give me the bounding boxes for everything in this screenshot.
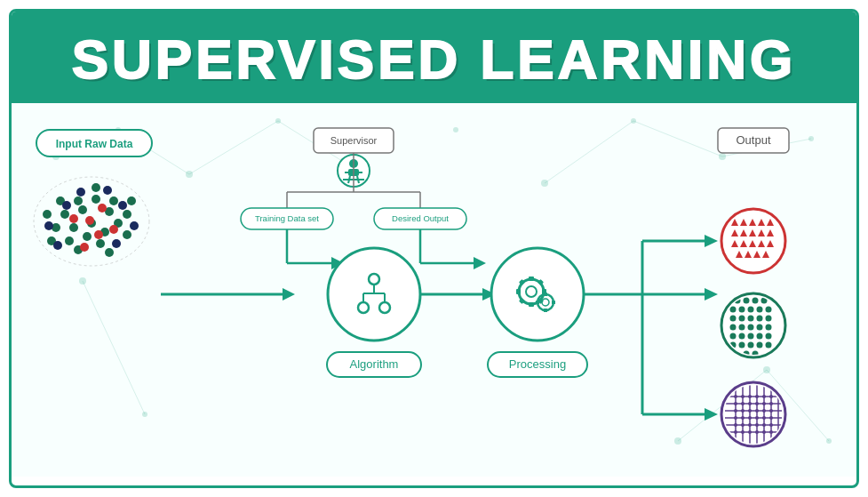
svg-point-220	[748, 423, 752, 427]
svg-point-216	[762, 416, 766, 420]
svg-point-219	[741, 423, 745, 427]
svg-marker-122	[705, 408, 718, 421]
svg-point-35	[83, 232, 92, 241]
svg-point-147	[730, 307, 737, 313]
svg-point-212	[734, 416, 737, 420]
svg-point-62	[130, 221, 139, 230]
svg-point-198	[762, 395, 766, 398]
svg-point-218	[734, 423, 737, 427]
svg-rect-112	[536, 301, 539, 304]
svg-point-229	[769, 430, 773, 434]
algorithm-label: Algorithm	[350, 357, 399, 371]
svg-point-39	[123, 210, 131, 219]
svg-point-44	[105, 248, 114, 257]
svg-point-154	[748, 316, 754, 322]
svg-point-55	[62, 201, 71, 210]
svg-point-166	[766, 333, 772, 340]
svg-point-202	[748, 402, 752, 405]
desired-label: Desired Output	[392, 213, 449, 223]
svg-point-197	[755, 395, 759, 398]
svg-point-224	[734, 430, 737, 434]
svg-point-38	[109, 196, 118, 205]
svg-point-47	[127, 196, 136, 205]
svg-point-165	[757, 333, 763, 340]
svg-point-52	[69, 214, 78, 223]
svg-point-196	[748, 395, 752, 398]
content-area: Input Raw Data	[12, 103, 856, 477]
svg-point-158	[739, 325, 745, 331]
svg-point-223	[769, 423, 773, 427]
supervisor-label: Supervisor	[330, 135, 378, 146]
svg-point-201	[741, 402, 745, 405]
svg-point-152	[730, 316, 737, 322]
svg-point-56	[76, 188, 85, 196]
svg-point-150	[757, 307, 763, 313]
svg-point-164	[748, 333, 754, 340]
svg-point-227	[755, 430, 759, 434]
svg-marker-85	[474, 257, 486, 269]
svg-point-45	[92, 183, 100, 192]
svg-rect-110	[544, 293, 547, 296]
svg-point-160	[757, 325, 763, 331]
svg-point-26	[78, 205, 87, 214]
svg-point-163	[739, 333, 745, 340]
svg-point-170	[757, 342, 763, 349]
svg-point-195	[741, 395, 745, 398]
svg-marker-118	[705, 235, 718, 247]
svg-point-173	[744, 298, 750, 304]
svg-point-27	[92, 195, 100, 204]
main-container: SUPERVISED LEARNING	[9, 9, 859, 488]
svg-point-199	[769, 395, 773, 398]
svg-point-33	[74, 196, 83, 205]
svg-point-200	[734, 402, 737, 405]
svg-point-159	[748, 325, 754, 331]
svg-point-57	[103, 186, 112, 195]
svg-point-97	[491, 248, 584, 341]
svg-point-206	[734, 409, 737, 413]
svg-point-59	[112, 239, 121, 248]
input-label: Input Raw Data	[56, 138, 133, 150]
processing-label: Processing	[509, 357, 566, 371]
svg-point-179	[721, 382, 785, 446]
svg-point-60	[53, 241, 62, 250]
svg-point-36	[96, 239, 105, 248]
svg-rect-100	[529, 277, 534, 281]
header: SUPERVISED LEARNING	[12, 12, 856, 103]
svg-rect-102	[516, 289, 521, 294]
svg-point-53	[94, 230, 103, 239]
svg-point-162	[730, 333, 737, 340]
svg-point-156	[766, 316, 772, 322]
svg-marker-65	[283, 288, 295, 301]
svg-point-171	[766, 342, 772, 349]
svg-point-157	[730, 325, 737, 331]
svg-point-208	[748, 409, 752, 413]
svg-point-48	[43, 210, 52, 219]
svg-point-217	[769, 416, 773, 420]
svg-point-51	[109, 225, 118, 234]
svg-point-221	[755, 423, 759, 427]
svg-point-215	[755, 416, 759, 420]
svg-point-32	[60, 210, 69, 219]
svg-point-58	[118, 201, 127, 210]
page-title: SUPERVISED LEARNING	[12, 28, 856, 91]
svg-point-210	[762, 409, 766, 413]
svg-rect-113	[552, 301, 555, 304]
svg-point-161	[766, 325, 772, 331]
data-cloud	[34, 177, 149, 266]
svg-point-37	[65, 236, 74, 245]
svg-point-209	[755, 409, 759, 413]
svg-rect-111	[544, 309, 547, 312]
svg-point-168	[739, 342, 745, 349]
svg-point-174	[753, 298, 759, 304]
svg-point-61	[44, 221, 53, 230]
svg-point-204	[762, 402, 766, 405]
svg-point-205	[769, 402, 773, 405]
svg-point-228	[762, 430, 766, 434]
svg-point-148	[739, 307, 745, 313]
svg-marker-120	[705, 288, 718, 301]
svg-point-203	[755, 402, 759, 405]
svg-point-226	[748, 430, 752, 434]
svg-point-149	[748, 307, 754, 313]
svg-point-222	[762, 423, 766, 427]
svg-point-153	[739, 316, 745, 322]
